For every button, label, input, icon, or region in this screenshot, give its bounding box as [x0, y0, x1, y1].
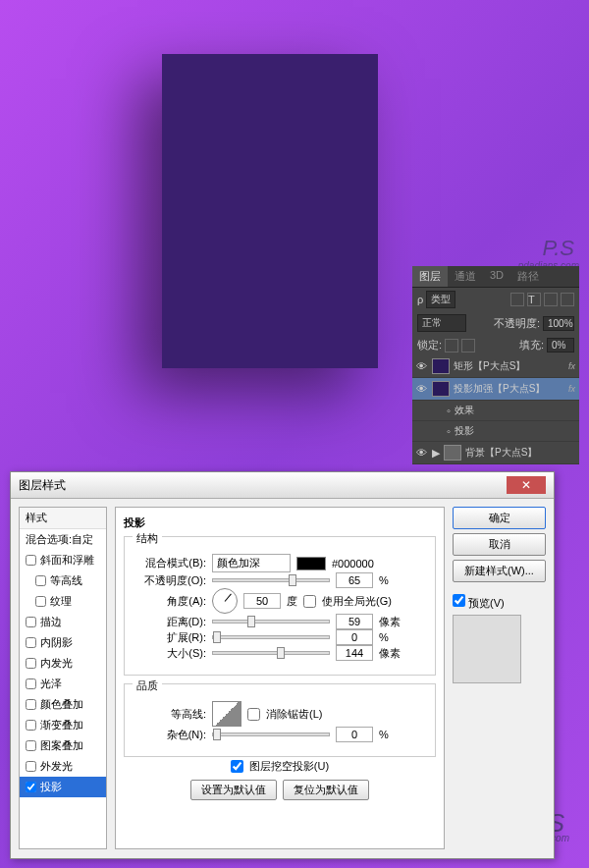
blend-options-item[interactable]: 混合选项:自定	[20, 529, 106, 550]
lock-icon[interactable]	[445, 339, 458, 353]
cancel-button[interactable]: 取消	[453, 533, 546, 556]
preview-checkbox-label[interactable]: 预览(V)	[453, 597, 505, 609]
style-item[interactable]: 渐变叠加	[20, 715, 106, 735]
style-checkbox[interactable]	[26, 720, 36, 731]
filter-icon-2[interactable]: T	[527, 293, 541, 306]
style-item[interactable]: 图案叠加	[20, 735, 106, 756]
fill-label: 填充:	[519, 338, 544, 353]
style-checkbox[interactable]	[26, 678, 36, 689]
size-input[interactable]	[336, 645, 373, 661]
contour-picker[interactable]	[212, 701, 241, 727]
folder-arrow[interactable]: ▶	[432, 447, 440, 460]
style-item-dropshadow[interactable]: 投影	[20, 777, 106, 797]
style-checkbox[interactable]	[35, 575, 46, 586]
knockout-label: 图层挖空投影(U)	[249, 759, 329, 774]
spread-slider[interactable]	[212, 635, 330, 639]
visibility-icon[interactable]: 👁	[416, 447, 428, 459]
tab-3d[interactable]: 3D	[483, 266, 510, 287]
style-item[interactable]: 斜面和浮雕	[20, 550, 106, 570]
size-slider[interactable]	[212, 651, 330, 655]
fill-input[interactable]: 0%	[547, 338, 574, 353]
style-checkbox[interactable]	[35, 596, 46, 607]
filter-icon[interactable]	[510, 293, 524, 306]
noise-label: 杂色(N):	[133, 728, 206, 742]
style-item[interactable]: 光泽	[20, 674, 106, 694]
tab-paths[interactable]: 路径	[510, 266, 546, 287]
set-default-button[interactable]: 设置为默认值	[190, 780, 277, 800]
blend-select[interactable]: 正常	[417, 314, 466, 332]
style-checkbox[interactable]	[26, 658, 36, 669]
size-label: 大小(S):	[133, 646, 206, 661]
tab-layers[interactable]: 图层	[412, 266, 448, 287]
deg-label: 度	[287, 594, 297, 609]
reset-default-button[interactable]: 复位为默认值	[283, 780, 369, 800]
layer-row[interactable]: 👁 ▶ 背景【P大点S】	[412, 442, 579, 464]
style-checkbox[interactable]	[26, 740, 36, 751]
blendmode-label: 混合模式(B):	[133, 556, 206, 570]
kind-label: ρ	[417, 294, 423, 305]
globallight-label: 使用全局光(G)	[322, 594, 392, 609]
spread-input[interactable]	[336, 629, 373, 645]
style-item[interactable]: 描边	[20, 612, 106, 632]
px-label: 像素	[379, 646, 401, 661]
opacity-input[interactable]: 100%	[543, 316, 574, 331]
layer-effect-row[interactable]: ◦ 效果	[412, 401, 579, 421]
watermark-logo: P.S	[542, 236, 574, 261]
tab-channels[interactable]: 通道	[448, 266, 483, 287]
effect-bullet: ◦	[447, 405, 451, 416]
style-item[interactable]: 内阴影	[20, 632, 106, 653]
style-settings: 投影 结构 混合模式(B): 颜色加深 #000000 不透明度(O): % 角…	[115, 507, 445, 849]
layer-row[interactable]: 👁 投影加强【P大点S】 fx	[412, 378, 579, 401]
antialias-checkbox[interactable]	[247, 708, 260, 721]
lock-icon-2[interactable]	[461, 339, 475, 353]
dialog-buttons: 确定 取消 新建样式(W)... 预览(V)	[453, 507, 546, 849]
style-checkbox[interactable]	[26, 782, 36, 792]
effect-bullet: ◦	[447, 425, 451, 437]
visibility-icon[interactable]: 👁	[416, 360, 428, 372]
distance-slider[interactable]	[212, 620, 330, 624]
fx-badge[interactable]: fx	[568, 384, 575, 394]
style-item[interactable]: 外发光	[20, 756, 106, 777]
effect-name: 投影	[455, 424, 575, 438]
settings-title: 投影	[124, 515, 436, 530]
contour-label: 等高线:	[133, 707, 206, 722]
angle-input[interactable]	[243, 593, 281, 609]
preview-checkbox[interactable]	[453, 594, 465, 607]
globallight-checkbox[interactable]	[303, 595, 316, 608]
visibility-icon[interactable]: 👁	[416, 383, 428, 395]
knockout-checkbox[interactable]	[231, 760, 243, 773]
blendmode-select[interactable]: 颜色加深	[212, 554, 291, 572]
layers-panel: 图层 通道 3D 路径 ρ 类型 T 正常 不透明度: 100% 锁定: 填充:…	[412, 266, 579, 464]
newstyle-button[interactable]: 新建样式(W)...	[453, 560, 546, 582]
filter-icon-4[interactable]	[561, 293, 574, 306]
filter-icon-3[interactable]	[544, 293, 558, 306]
style-checkbox[interactable]	[26, 761, 36, 772]
angle-dial[interactable]	[212, 588, 238, 614]
ok-button[interactable]: 确定	[453, 507, 546, 529]
close-button[interactable]: ✕	[507, 476, 546, 494]
layer-row[interactable]: 👁 矩形【P大点S】 fx	[412, 355, 579, 378]
color-swatch[interactable]	[296, 557, 326, 570]
opacity-label: 不透明度:	[494, 316, 540, 331]
style-item[interactable]: 纹理	[20, 591, 106, 612]
styles-header[interactable]: 样式	[20, 508, 106, 529]
opacity-input[interactable]	[336, 572, 373, 588]
layer-effect-row[interactable]: ◦ 投影	[412, 421, 579, 442]
distance-input[interactable]	[336, 614, 373, 629]
style-checkbox[interactable]	[26, 617, 36, 627]
style-item[interactable]: 颜色叠加	[20, 694, 106, 715]
opacity-slider[interactable]	[212, 578, 330, 582]
style-checkbox[interactable]	[26, 555, 36, 566]
noise-slider[interactable]	[212, 732, 330, 736]
fx-badge[interactable]: fx	[568, 361, 575, 371]
kind-select[interactable]: 类型	[426, 291, 455, 308]
style-item[interactable]: 等高线	[20, 570, 106, 591]
style-checkbox[interactable]	[26, 637, 36, 648]
folder-icon	[444, 445, 461, 461]
lock-label: 锁定:	[417, 338, 442, 353]
noise-input[interactable]	[336, 727, 373, 742]
px-label: 像素	[379, 615, 401, 629]
style-item[interactable]: 内发光	[20, 653, 106, 674]
style-checkbox[interactable]	[26, 699, 36, 710]
dialog-titlebar[interactable]: 图层样式 ✕	[11, 472, 554, 499]
